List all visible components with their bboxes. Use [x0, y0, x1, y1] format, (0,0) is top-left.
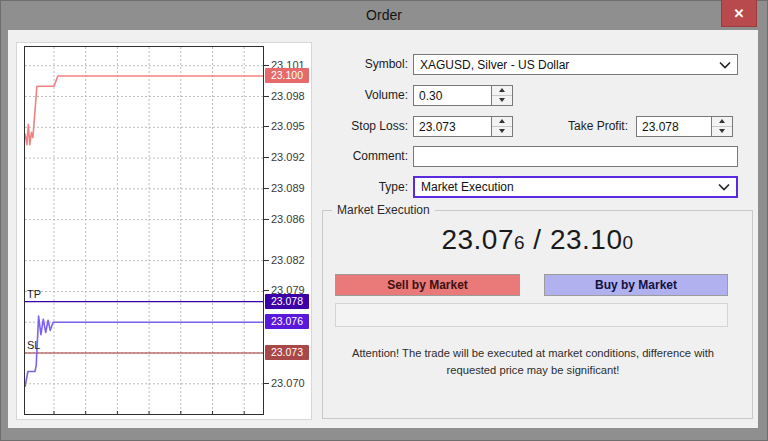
bid-price-last-digit: 6: [514, 232, 525, 253]
take-profit-stepper[interactable]: [711, 116, 733, 137]
symbol-label: Symbol:: [260, 54, 408, 75]
sell-by-market-button[interactable]: Sell by Market: [335, 274, 520, 296]
type-value: Market Execution: [421, 180, 714, 194]
take-profit-field[interactable]: [636, 116, 712, 137]
type-select[interactable]: Market Execution: [413, 176, 738, 198]
bid-ask-price: 23.076 / 23.100: [322, 224, 753, 262]
volume-step-up[interactable]: [492, 86, 512, 96]
axis-tick-label: 23.082: [271, 254, 305, 267]
market-warning-text: Attention! The trade will be executed at…: [328, 345, 738, 379]
arrow-up-icon: [719, 119, 725, 123]
axis-tick-label: 23.070: [271, 377, 305, 390]
axis-tick-label: 23.086: [271, 213, 305, 226]
tick-chart-plot: [24, 46, 264, 415]
dialog-body: 23.10123.09823.09523.09223.08923.08623.0…: [8, 30, 758, 428]
arrow-down-icon: [499, 98, 505, 102]
take-profit-label: Take Profit:: [468, 116, 628, 137]
sl-price-badge: 23.073: [265, 345, 309, 360]
stop-loss-label: Stop Loss:: [260, 116, 408, 137]
order-dialog: Order ✕ 23.10123.09823.09523.09223.08923…: [0, 0, 768, 441]
take-profit-input[interactable]: [637, 117, 711, 136]
volume-input[interactable]: [414, 86, 491, 105]
comment-label: Comment:: [260, 146, 408, 167]
take-profit-line-tag: TP: [27, 288, 41, 300]
titlebar[interactable]: Order ✕: [0, 0, 768, 30]
type-label: Type:: [260, 176, 408, 197]
sell-button-label: Sell by Market: [387, 278, 468, 292]
close-icon: ✕: [734, 7, 745, 20]
volume-step-down[interactable]: [492, 96, 512, 106]
take-profit-step-up[interactable]: [712, 117, 732, 127]
symbol-select[interactable]: XAGUSD, Silver - US Dollar: [413, 54, 738, 75]
ask-price-last-digit: 0: [623, 232, 634, 253]
buy-button-label: Buy by Market: [595, 278, 677, 292]
buy-by-market-button[interactable]: Buy by Market: [544, 274, 728, 296]
chevron-down-icon: [719, 61, 731, 69]
tick-chart-svg: [25, 47, 263, 414]
stop-loss-line-tag: SL: [27, 339, 40, 351]
price-separator: /: [525, 224, 550, 255]
symbol-value: XAGUSD, Silver - US Dollar: [420, 58, 715, 72]
arrow-up-icon: [499, 88, 505, 92]
tp-price-badge: 23.078: [265, 294, 309, 309]
market-execution-group-label: Market Execution: [332, 203, 435, 217]
comment-field[interactable]: [413, 146, 738, 167]
deviation-box: [335, 303, 728, 327]
close-button[interactable]: ✕: [721, 0, 757, 27]
comment-input[interactable]: [414, 147, 737, 166]
volume-label: Volume:: [260, 85, 408, 106]
take-profit-step-down[interactable]: [712, 127, 732, 137]
bid-price-main: 23.07: [441, 224, 514, 255]
arrow-down-icon: [719, 129, 725, 133]
volume-stepper[interactable]: [491, 85, 513, 106]
ask-price-main: 23.10: [550, 224, 623, 255]
window-title: Order: [366, 7, 402, 23]
chevron-down-icon: [718, 183, 730, 191]
volume-field[interactable]: [413, 85, 492, 106]
bid-price-badge: 23.076: [265, 314, 309, 329]
